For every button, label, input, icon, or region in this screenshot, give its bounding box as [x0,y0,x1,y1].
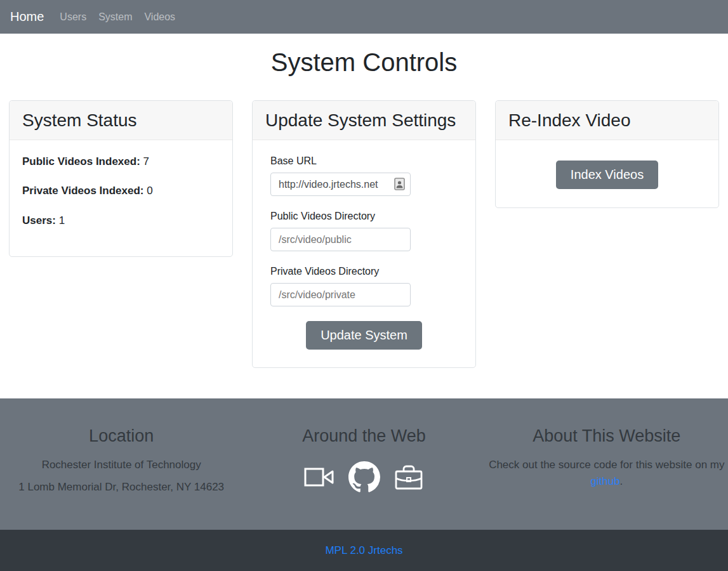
stat-private-videos: Private Videos Indexed: 0 [22,185,220,197]
stat-users-label: Users: [22,214,56,226]
video-camera-icon[interactable] [304,466,334,488]
stat-public-videos-label: Public Videos Indexed: [22,155,140,167]
stat-users: Users: 1 [22,214,220,227]
system-status-card-body: Public Videos Indexed: 7 Private Videos … [10,140,232,256]
briefcase-icon[interactable] [394,463,423,491]
private-dir-label: Private Videos Directory [270,266,458,277]
public-dir-group: Public Videos Directory [270,211,458,251]
footer-about-text: Check out the source code for this websi… [486,457,728,490]
autofill-icon [394,178,405,190]
footer-about-column: About This Website Check out the source … [486,426,728,530]
nav-item-videos[interactable]: Videos [144,11,175,23]
public-dir-input[interactable] [270,228,411,251]
update-system-button[interactable]: Update System [306,321,422,350]
footer-about-title: About This Website [486,426,728,446]
footer-location-column: Location Rochester Institute of Technolo… [0,426,242,530]
bottom-bar: MPL 2.0 Jrtechs [0,530,728,571]
footer: Location Rochester Institute of Technolo… [0,398,728,530]
footer-location-title: Location [0,426,242,446]
github-icon[interactable] [348,461,380,493]
reindex-video-card: Re-Index Video Index Videos [495,100,719,208]
github-source-link[interactable]: github [590,475,619,487]
system-status-card: System Status Public Videos Indexed: 7 P… [9,100,233,257]
base-url-input[interactable] [270,173,411,196]
footer-location-line-1: Rochester Institute of Technology [0,457,242,473]
footer-about-text-after: . [620,475,623,487]
reindex-video-card-title: Re-Index Video [496,101,718,140]
footer-web-column: Around the Web [242,426,485,530]
base-url-label: Base URL [270,155,458,167]
footer-about-text-before: Check out the source code for this websi… [489,459,724,471]
system-status-card-title: System Status [10,101,232,140]
nav-item-users[interactable]: Users [60,11,86,23]
stat-public-videos-value: 7 [143,155,149,167]
nav-item-system[interactable]: System [98,11,132,23]
index-videos-button[interactable]: Index Videos [556,161,658,189]
top-navbar: Home Users System Videos [0,0,728,34]
stat-private-videos-label: Private Videos Indexed: [22,185,143,197]
update-settings-card-title: Update System Settings [253,101,475,140]
footer-web-title: Around the Web [242,426,485,446]
page-title: System Controls [0,48,728,77]
social-icons-row [242,461,485,493]
page: Home Users System Videos System Controls… [0,0,728,571]
stat-public-videos: Public Videos Indexed: 7 [22,155,220,168]
stat-private-videos-value: 0 [147,185,152,197]
base-url-group: Base URL [270,155,458,196]
main-content: System Controls System Status Public Vid… [0,34,728,398]
license-link[interactable]: MPL 2.0 Jrtechs [325,544,402,557]
reindex-video-card-body: Index Videos [496,140,718,207]
update-settings-card: Update System Settings Base URL [252,100,476,368]
footer-location-line-2: 1 Lomb Memorial Dr, Rochester, NY 14623 [0,479,242,496]
stat-users-value: 1 [59,214,65,226]
public-dir-label: Public Videos Directory [270,211,458,222]
cards-row: System Status Public Videos Indexed: 7 P… [0,100,728,368]
private-dir-input[interactable] [270,283,411,306]
update-settings-card-body: Base URL [253,140,475,367]
private-dir-group: Private Videos Directory [270,266,458,306]
nav-brand-home[interactable]: Home [10,10,44,24]
